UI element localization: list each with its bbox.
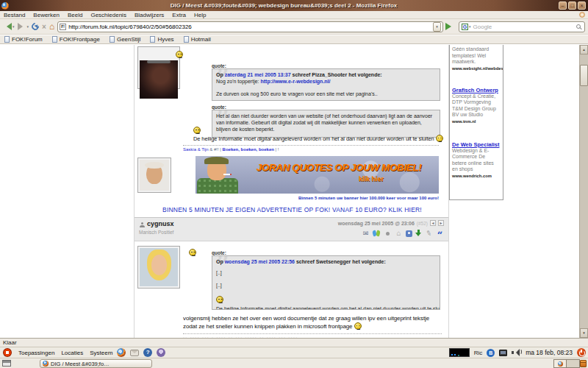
download-post-icon[interactable]: [415, 230, 422, 237]
ad-banner[interactable]: JORAN QUOTES OP JOUW MOBIEL! klik hier: [196, 156, 439, 194]
help-launcher-icon[interactable]: ?: [143, 348, 152, 357]
menu-bestand[interactable]: Bestand: [4, 12, 25, 18]
signature-link[interactable]: Boeken, boeken, boeken: [223, 147, 274, 152]
scroll-down-button[interactable]: ▼: [580, 328, 588, 338]
ad-body: Webdesign & E-Commerce De betere online …: [452, 148, 501, 173]
places-menu[interactable]: Locaties: [61, 350, 83, 356]
cartoon-man-illustration: [196, 156, 241, 194]
workspace-switcher[interactable]: [553, 359, 580, 368]
search-input[interactable]: Google: [473, 24, 576, 30]
back-dropdown-icon[interactable]: ▾: [12, 24, 15, 29]
icq-status-icon[interactable]: [384, 230, 392, 237]
ad-title-link[interactable]: Grafisch Ontwerp: [452, 87, 501, 93]
window-titlebar[interactable]: DIG / Meest &#039;foute&#039; webdesign …: [0, 0, 588, 11]
quote-date-link[interactable]: zaterdag 21 mei 2005 13:37: [225, 72, 291, 77]
ad-url[interactable]: www.wendrich.com: [452, 174, 501, 178]
smiley-icon: [216, 296, 223, 303]
menu-bewerken[interactable]: Bewerken: [33, 12, 60, 18]
forward-dropdown-icon[interactable]: ▾: [27, 24, 29, 29]
scroll-up-button[interactable]: ▲: [580, 45, 588, 54]
distro-logo-icon[interactable]: [3, 348, 12, 357]
applications-menu[interactable]: Toepassingen: [18, 350, 54, 356]
display-icon[interactable]: [499, 350, 507, 356]
banner-headline[interactable]: JORAN QUOTES OP JOUW MOBIEL!: [241, 162, 437, 173]
user-switcher-label[interactable]: Ric: [474, 350, 483, 356]
sidebar-ad[interactable]: Géén standaard templates! Wel maatwerk. …: [452, 46, 501, 71]
menu-extra[interactable]: Extra: [172, 12, 186, 18]
accessibility-launcher-icon[interactable]: [157, 348, 165, 357]
close-button[interactable]: ×: [578, 1, 586, 10]
bluetooth-icon[interactable]: B: [487, 349, 495, 357]
menu-beeld[interactable]: Beeld: [68, 12, 82, 18]
taskbar-window-button[interactable]: DIG / Meest &#039;fo…: [40, 359, 152, 368]
next-post-button[interactable]: ▸: [438, 220, 444, 226]
ad-title-link[interactable]: De Web Specialist: [452, 141, 501, 148]
throbber-icon: [579, 12, 585, 18]
menu-help[interactable]: Help: [194, 12, 206, 18]
stop-button[interactable]: ×: [42, 23, 46, 31]
system-tray: Ric B ma 18 feb, 08:23: [449, 348, 586, 357]
bookmark-fok-forum[interactable]: FOK!Forum: [4, 36, 43, 43]
quoted-link[interactable]: http://www.e-r-webdesign.nl/: [260, 79, 330, 84]
vertical-scrollbar[interactable]: ▲ ▼: [579, 45, 588, 338]
url-bar[interactable]: F! http://forum.fok.nl/topic/679840/2/50…: [57, 21, 443, 32]
msn-messenger-icon[interactable]: [373, 230, 381, 237]
system-menu[interactable]: Systeem: [90, 350, 112, 356]
firefox-launcher-icon[interactable]: [117, 348, 126, 357]
workspace-1[interactable]: [554, 360, 567, 367]
bookmark-fok-frontpage[interactable]: FOK!Frontpage: [52, 36, 100, 43]
volume-icon[interactable]: [512, 349, 521, 356]
signature: Saskia & Tijn & #!! | Boeken, boeken, bo…: [183, 147, 279, 152]
url-text[interactable]: http://forum.fok.nl/topic/679840/2/50#56…: [68, 24, 433, 30]
bookmark-hyves[interactable]: Hyves: [150, 36, 173, 43]
sidebar-ad[interactable]: Grafisch Ontwerp Concept & Creatie, DTP …: [452, 87, 501, 124]
minimize-button[interactable]: –: [559, 1, 567, 10]
quote-post-icon[interactable]: “: [436, 230, 444, 237]
quote-snip: [..]: [216, 283, 436, 288]
show-desktop-icon[interactable]: [2, 360, 11, 367]
url-dropdown-button[interactable]: ▾: [433, 22, 441, 32]
home-button[interactable]: ⌂: [49, 22, 54, 31]
homepage-icon[interactable]: ⌂: [395, 230, 403, 237]
previous-post-button[interactable]: ◂: [430, 220, 436, 226]
back-button[interactable]: ▾: [3, 23, 15, 30]
workspace-2[interactable]: [567, 360, 579, 367]
bookmark-icon: [184, 36, 189, 43]
fok-ad-line-link[interactable]: BINNEN 5 MINUTEN JE EIGEN ADVERTENTIE OP…: [135, 206, 449, 213]
search-box[interactable]: G ▾ Google: [459, 21, 585, 32]
quote-label: quote:: [212, 105, 226, 110]
sidebar-ad[interactable]: De Web Specialist Webdesign & E-Commerce…: [452, 141, 501, 178]
bookmark-hotmail[interactable]: Hotmail: [184, 36, 211, 43]
profile-icon[interactable]: [406, 230, 412, 237]
email-icon[interactable]: ✉: [362, 230, 370, 237]
ad-url[interactable]: www.websight.nl/webdes: [452, 66, 501, 71]
search-icon[interactable]: [576, 24, 581, 29]
search-engine-dropdown-icon[interactable]: ▾: [469, 24, 471, 29]
post-number[interactable]: (#52): [417, 221, 428, 226]
scrollbar-thumb[interactable]: [580, 65, 588, 86]
forum-posts-column: quote: ” Op zaterdag 21 mei 2005 13:37 s…: [134, 45, 449, 338]
quote-date-link[interactable]: woensdag 25 mei 2005 22:56: [225, 259, 295, 264]
bookmark-geenstijl[interactable]: GeenStijl: [110, 36, 140, 43]
post-header: cygnusx Manisch Positief woensdag 25 mei…: [135, 217, 449, 241]
reload-button[interactable]: [32, 23, 39, 30]
trash-icon[interactable]: [580, 360, 587, 367]
post-author-link[interactable]: cygnusx: [147, 220, 174, 227]
restore-button[interactable]: □: [568, 1, 576, 10]
menu-bladwijzers[interactable]: Bladwijzers: [135, 12, 164, 18]
signature-link[interactable]: Saskia & Tijn: [183, 147, 209, 152]
banner-caption-link[interactable]: Binnen 5 minuten uw banner hier 100.000 …: [196, 196, 439, 200]
banner-click-here[interactable]: klik hier: [306, 175, 437, 183]
power-button-icon[interactable]: [577, 348, 586, 357]
forward-button[interactable]: ▾: [18, 23, 29, 30]
clock[interactable]: ma 18 feb, 08:23: [526, 349, 573, 356]
smiley-icon: [176, 51, 183, 58]
edit-post-icon[interactable]: ✎: [424, 229, 434, 238]
quote-label: quote:: [212, 63, 226, 68]
system-monitor-applet[interactable]: [449, 348, 470, 357]
go-button[interactable]: [445, 23, 455, 30]
post-author-status: Manisch Positief: [139, 230, 173, 235]
ad-url[interactable]: www.tnm.nl: [452, 119, 501, 124]
menu-geschiedenis[interactable]: Geschiedenis: [90, 12, 126, 18]
mail-launcher-icon[interactable]: [130, 350, 139, 356]
